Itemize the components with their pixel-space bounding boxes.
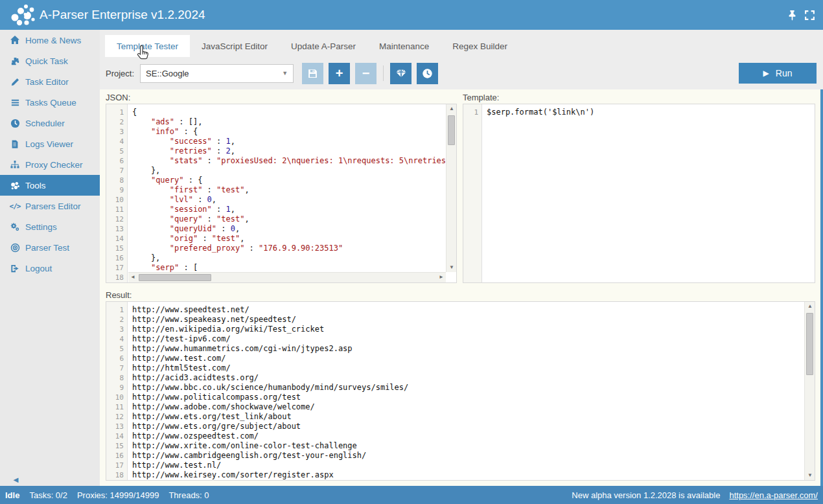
sidebar-item-logout[interactable]: Logout [0,258,100,279]
json-editor-code[interactable]: { "ads" : [], "info" : { "success" : 1, … [128,104,456,282]
line-number: 13 [106,224,127,234]
scrollbar-thumb[interactable] [139,274,211,281]
json-editor[interactable]: 123456789101112131415161718 { "ads" : []… [106,104,457,283]
project-select[interactable]: SE::Google ▼ [140,64,294,83]
json-editor-vscrollbar[interactable]: ▲ ▼ [446,104,456,272]
code-line: http://www.speakeasy.net/speedtest/ [132,315,815,325]
minus-icon: − [362,67,370,80]
code-line: "prefered_proxy" : "176.9.9.90:23513" [132,244,456,253]
line-number: 2 [106,315,127,325]
line-number: 18 [106,273,127,282]
code-line: http://test-ipv6.com/ [132,334,815,344]
play-icon: ▶ [763,69,769,78]
code-line: http://www.ets.org/gre/subject/about [132,422,815,431]
code-line: "query" : { [132,176,456,185]
floppy-icon [307,68,318,79]
sidebar-item-label: Proxy Checker [25,160,83,170]
sidebar-item-scheduler[interactable]: Scheduler [0,113,100,133]
line-number: 18 [106,470,127,480]
sidebar-item-label: Logs Viewer [25,139,73,149]
sidebar-item-home-news[interactable]: Home & News [0,30,100,51]
sidebar-item-task-editor[interactable]: Task Editor [0,71,100,92]
line-number: 8 [106,176,127,185]
line-number: 10 [106,393,127,402]
save-project-button[interactable] [302,63,323,84]
toolbar: Project: SE::Google ▼ +− ▶ Run [100,57,823,89]
sidebar-item-label: Tools [25,181,46,190]
line-number: 3 [106,127,127,137]
scroll-down-icon[interactable]: ▼ [805,471,815,480]
template-editor-code[interactable]: $serp.format('$link\n') [483,104,815,282]
target-icon [8,243,21,253]
remove-project-button[interactable]: − [355,63,377,84]
code-line: "orig" : "test", [132,234,456,244]
status-item: Threads: 0 [168,490,209,500]
sidebar-collapse-button[interactable]: ◄ [12,475,20,485]
line-number: 16 [106,451,127,461]
line-number: 12 [106,214,127,224]
sidebar-menu: Home & NewsQuick TaskTask EditorTasks Qu… [0,30,100,486]
scroll-down-icon[interactable]: ▼ [446,263,457,272]
sidebar-item-label: Parser Test [25,243,69,253]
scrollbar-thumb[interactable] [806,313,813,375]
line-number: 1 [106,108,127,117]
sidebar-item-proxy-checker[interactable]: Proxy Checker [0,154,100,175]
sidebar-item-label: Quick Task [25,56,68,66]
sidebar-item-parsers-editor[interactable]: </>Parsers Editor [0,196,100,216]
line-number: 4 [106,334,127,344]
update-link[interactable]: https://en.a-parser.com/ [729,490,818,500]
template-editor-gutter: 1 [463,104,482,282]
code-line: "ads" : [], [132,117,456,127]
scroll-left-icon[interactable]: ◄ [128,273,137,282]
line-number: 10 [106,195,127,205]
line-number: 14 [106,431,127,441]
sidebar-item-label: Task Editor [25,77,69,87]
json-editor-gutter: 123456789101112131415161718 [106,104,128,282]
template-editor[interactable]: 1 $serp.format('$link\n') [463,104,815,283]
scroll-up-icon[interactable]: ▲ [446,104,457,113]
template-panel-label: Template: [463,93,499,102]
result-panel-label: Result: [106,290,132,300]
pin-button[interactable] [787,10,798,21]
result-editor-code[interactable]: http://www.speedtest.net/http://www.spea… [128,302,815,480]
sidebar-item-tools[interactable]: Tools [0,175,100,196]
add-project-button[interactable]: + [329,63,350,84]
main-content: JSON: 123456789101112131415161718 { "ads… [100,89,823,486]
status-item: Proxies: 14999/14999 [77,490,159,500]
tab-template-tester[interactable]: Template Tester [105,35,190,57]
sidebar-item-parser-test[interactable]: Parser Test [0,237,100,258]
app-header: A-Parser Enterprise v1.2.2024 [0,0,823,30]
scroll-right-icon[interactable]: ► [437,273,446,282]
result-editor-vscrollbar[interactable]: ▲ ▼ [804,302,815,480]
gem-button[interactable] [390,63,412,84]
code-line: http://www.humanmetrics.com/cgi-win/jtyp… [132,344,815,354]
sidebar-item-label: Scheduler [25,119,65,128]
tab-javascript-editor[interactable]: JavaScript Editor [190,35,279,57]
line-number: 15 [106,244,127,253]
code-line: }, [132,166,456,176]
sidebar-item-logs-viewer[interactable]: Logs Viewer [0,133,100,154]
json-panel-label: JSON: [106,93,130,102]
code-line: "serp" : [ [132,263,456,273]
tab-update-a-parser[interactable]: Update A-Parser [279,35,367,57]
tab-regex-builder[interactable]: Regex Builder [441,35,519,57]
code-line: "queryUid" : 0, [132,224,456,234]
sidebar-item-tasks-queue[interactable]: Tasks Queue [0,92,100,113]
scroll-up-icon[interactable]: ▲ [805,302,815,311]
home-icon [8,35,21,45]
line-number: 1 [463,108,481,117]
code-line: http://en.wikipedia.org/wiki/Test_cricke… [132,325,815,334]
sidebar-item-quick-task[interactable]: Quick Task [0,51,100,71]
scrollbar-thumb[interactable] [448,115,455,145]
history-button[interactable] [417,63,438,84]
sidebar-item-label: Parsers Editor [25,201,81,211]
line-number: 11 [106,205,127,214]
result-editor[interactable]: 123456789101112131415161718 http://www.s… [106,301,815,481]
json-editor-hscrollbar[interactable]: ◄ ► [128,272,446,282]
fullscreen-button[interactable] [804,10,815,21]
sidebar-item-settings[interactable]: Settings [0,216,100,237]
run-button[interactable]: ▶ Run [739,63,817,84]
code-line: "success" : 1, [132,137,456,146]
tab-maintenance[interactable]: Maintenance [367,35,441,57]
molecule-icon [8,181,21,190]
